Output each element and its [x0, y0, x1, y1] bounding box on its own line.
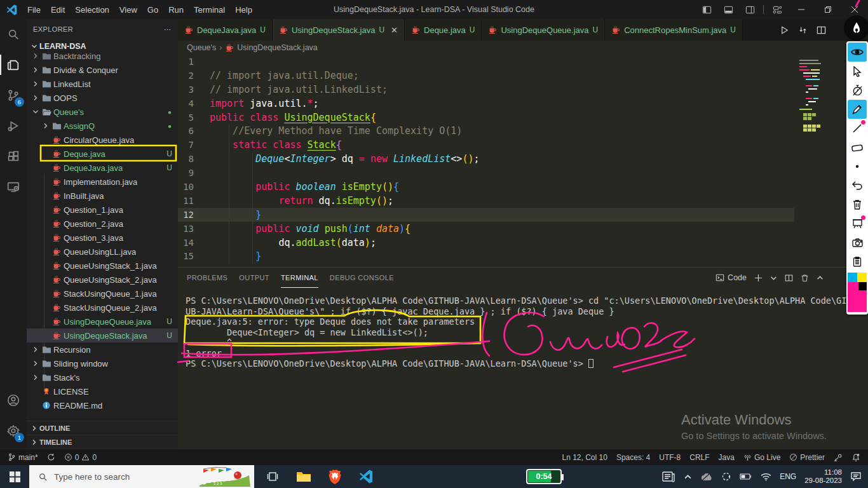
- vscode-taskbar-button[interactable]: [350, 465, 381, 488]
- tree-file-license[interactable]: LICENSE: [27, 384, 178, 398]
- screenshot-tool[interactable]: [848, 233, 867, 252]
- tree-folder-sliding-window[interactable]: Sliding window: [27, 356, 178, 370]
- explorer-actions-icon[interactable]: ⋯: [164, 25, 172, 34]
- tree-file-queueusingll-java[interactable]: QueueUsingLL.java: [27, 245, 178, 259]
- timer-disabled-tool[interactable]: [848, 81, 867, 100]
- color-cyan[interactable]: [848, 273, 857, 282]
- editor-tab-connectropesminsum-java[interactable]: ConnectRopesMinSum.javaU: [605, 19, 743, 41]
- menu-help[interactable]: Help: [230, 5, 257, 15]
- tree-file-question-2-java[interactable]: Question_2.java: [27, 217, 178, 231]
- breadcrumb-folder[interactable]: Queue's: [187, 43, 216, 52]
- widgets-news-icon[interactable]: [661, 470, 675, 483]
- minimize-button[interactable]: [788, 0, 815, 19]
- menu-run[interactable]: Run: [163, 5, 189, 15]
- minimap[interactable]: [798, 56, 835, 145]
- sync-changes-icon[interactable]: [43, 449, 60, 466]
- cursor-position[interactable]: Ln 12, Col 10: [557, 449, 611, 466]
- timer-widget[interactable]: 0:54: [526, 469, 562, 484]
- tree-folder-linkedlist[interactable]: LinkedList: [27, 77, 178, 91]
- tree-file-usingdequequeue-java[interactable]: UsingDequeQueue.javaU: [27, 315, 178, 329]
- workspace-root-row[interactable]: LEARN-DSA: [27, 39, 178, 53]
- editor-tab-usingdequestack-java[interactable]: UsingDequeStack.javaU✕: [273, 19, 405, 41]
- language-indicator[interactable]: ENG: [780, 472, 796, 481]
- menu-go[interactable]: Go: [142, 5, 163, 15]
- tree-file-deque-java[interactable]: Deque.javaU: [27, 147, 178, 161]
- tab-terminal[interactable]: TERMINAL: [281, 268, 318, 288]
- code-line-9[interactable]: 9: [178, 166, 794, 180]
- account-icon[interactable]: [0, 385, 27, 416]
- taskbar-search-box[interactable]: Type here to search 1 2 3: [29, 465, 254, 488]
- pen-app-button[interactable]: [844, 15, 868, 41]
- code-line-13[interactable]: 13 public void push(int data){: [178, 222, 794, 236]
- tree-file-stackusingqueue-1-java[interactable]: StackUsingQueue_1.java: [27, 287, 178, 301]
- code-line-3[interactable]: 3// import java.util.LinkedList;: [178, 83, 794, 97]
- clipboard-tool[interactable]: [848, 252, 867, 271]
- source-control-icon[interactable]: 6: [0, 80, 27, 111]
- menu-edit[interactable]: Edit: [46, 5, 70, 15]
- language-mode[interactable]: Java: [714, 449, 739, 466]
- tree-file-implementation-java[interactable]: Implementation.java: [27, 175, 178, 189]
- code-line-15[interactable]: 15 }: [178, 249, 794, 263]
- file-explorer-button[interactable]: [288, 465, 319, 488]
- clear-all-tool[interactable]: [848, 195, 867, 214]
- tree-file-queueusingstack-1-java[interactable]: QueueUsingStack_1.java: [27, 259, 178, 273]
- terminal-shell-selector[interactable]: Code: [715, 273, 747, 282]
- code-line-2[interactable]: 2// import java.util.Deque;: [178, 69, 794, 83]
- show-hide-ink-tool[interactable]: [848, 43, 867, 62]
- search-icon[interactable]: [0, 19, 27, 50]
- toggle-sidebar-icon[interactable]: [696, 0, 717, 19]
- customize-layout-icon[interactable]: [766, 0, 788, 19]
- tab-debug-console[interactable]: DEBUG CONSOLE: [330, 268, 394, 288]
- tree-folder-assignq[interactable]: AssignQ●: [27, 119, 178, 133]
- menu-view[interactable]: View: [114, 5, 142, 15]
- code-line-12[interactable]: 12 }: [178, 208, 794, 222]
- eraser-tool[interactable]: [848, 138, 867, 157]
- wifi-icon[interactable]: [761, 473, 771, 481]
- tree-file-usingdequestack-java[interactable]: UsingDequeStack.javaU: [27, 329, 178, 342]
- action-center-icon[interactable]: [850, 471, 862, 482]
- terminal-dropdown-icon[interactable]: [770, 274, 777, 281]
- tree-file-readme-md[interactable]: README.md: [27, 398, 178, 412]
- line-tool[interactable]: [848, 119, 867, 138]
- code-line-8[interactable]: 8 Deque<Integer> dq = new LinkedList<>()…: [178, 152, 794, 166]
- outline-section[interactable]: OUTLINE: [27, 421, 178, 435]
- code-editor[interactable]: 12// import java.util.Deque;3// import j…: [178, 55, 868, 267]
- tree-folder-divide-conquer[interactable]: Divide & Conquer: [27, 63, 178, 77]
- code-line-14[interactable]: 14 dq.addLast(data);: [178, 236, 794, 250]
- encoding[interactable]: UTF-8: [654, 449, 685, 466]
- code-line-6[interactable]: 6 //Every Method have Time Complexity O(…: [178, 124, 794, 138]
- tree-folder-recursion[interactable]: Recursion: [27, 342, 178, 356]
- tree-file-circularqueue-java[interactable]: CircularQueue.java: [27, 133, 178, 147]
- indentation[interactable]: Spaces: 4: [612, 449, 654, 466]
- close-tab-icon[interactable]: ✕: [391, 25, 398, 35]
- restore-button[interactable]: [815, 0, 841, 19]
- pen-tool[interactable]: [848, 100, 867, 119]
- code-line-1[interactable]: 1: [178, 55, 794, 69]
- clock[interactable]: 11:08 29-08-2023: [804, 468, 842, 485]
- toggle-secondary-sidebar-icon[interactable]: [739, 0, 761, 19]
- explorer-icon[interactable]: [0, 50, 27, 80]
- color-palette[interactable]: [848, 273, 867, 312]
- battery-icon[interactable]: [740, 473, 752, 480]
- tree-folder-stack-s[interactable]: Stack's: [27, 370, 178, 384]
- task-view-button[interactable]: [257, 465, 288, 488]
- undo-tool[interactable]: [848, 176, 867, 195]
- editor-tab-deque-java[interactable]: Deque.javaU: [405, 19, 482, 41]
- run-file-icon[interactable]: [780, 25, 789, 35]
- new-terminal-icon[interactable]: [754, 274, 763, 282]
- notifications-bell-icon[interactable]: [847, 449, 868, 466]
- problems-indicator[interactable]: 0 0: [60, 449, 101, 466]
- terminal-output[interactable]: PS C:\Users\LENOVO\OneDrive\Desktop\ALPH…: [178, 288, 868, 369]
- open-changes-icon[interactable]: [798, 25, 808, 35]
- split-editor-icon[interactable]: [817, 25, 826, 35]
- maximize-panel-icon[interactable]: [817, 274, 824, 281]
- extensions-icon[interactable]: [0, 141, 27, 172]
- menu-selection[interactable]: Selection: [70, 5, 114, 15]
- tree-file-question-3-java[interactable]: Question_3.java: [27, 231, 178, 245]
- tree-file-inbuilt-java[interactable]: InBuilt.java: [27, 189, 178, 203]
- menu-terminal[interactable]: Terminal: [189, 5, 230, 15]
- code-line-10[interactable]: 10 public boolean isEmpty(){: [178, 180, 794, 194]
- split-terminal-icon[interactable]: [785, 274, 793, 282]
- screen-record-icon[interactable]: [721, 471, 731, 482]
- go-live-button[interactable]: Go Live: [739, 449, 785, 466]
